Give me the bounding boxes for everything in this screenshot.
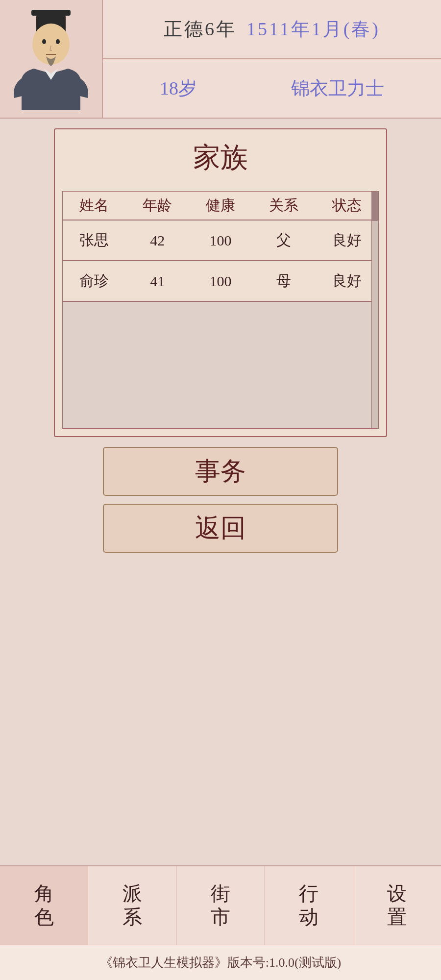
col-age: 年龄 [126,192,189,220]
title-label: 锦衣卫力士 [291,76,384,101]
col-health: 健康 [189,192,252,220]
header-status-row: 18岁 锦衣卫力士 [103,59,441,118]
header-date-row: 正德6年 1511年1月(春) [103,0,441,59]
member-age-0: 42 [126,220,189,261]
scrollbar[interactable] [371,192,378,428]
table-row[interactable]: 张思 42 100 父 良好 [63,220,378,261]
age-label: 18岁 [160,76,197,101]
nav-label-action: 行动 [299,882,318,929]
empty-rows [63,301,378,428]
col-status: 状态 [315,192,378,220]
member-name-1: 俞珍 [63,261,126,301]
member-health-0: 100 [189,220,252,261]
nav-item-faction[interactable]: 派系 [88,866,176,945]
nav-label-market: 街市 [211,882,230,929]
button-area: 事务 返回 [54,447,387,553]
member-relation-0: 父 [252,220,315,261]
family-table-area[interactable]: 姓名 年龄 健康 关系 状态 张思 42 100 父 良好 [62,191,379,429]
svg-point-3 [42,39,46,44]
bottom-nav: 角色 派系 街市 行动 设置 [0,865,441,945]
affairs-button[interactable]: 事务 [103,447,338,496]
family-title: 家族 [62,139,379,176]
nav-item-settings[interactable]: 设置 [353,866,441,945]
col-name: 姓名 [63,192,126,220]
year-label: 正德6年 [164,17,237,42]
nav-item-character[interactable]: 角色 [0,866,88,945]
nav-label-character: 角色 [34,882,54,929]
svg-rect-0 [31,10,71,16]
footer-text: 《锦衣卫人生模拟器》版本号:1.0.0(测试版) [100,956,342,970]
back-button[interactable]: 返回 [103,504,338,553]
member-health-1: 100 [189,261,252,301]
header: 正德6年 1511年1月(春) 18岁 锦衣卫力士 [0,0,441,119]
nav-label-faction: 派系 [122,882,142,929]
family-table: 姓名 年龄 健康 关系 状态 张思 42 100 父 良好 [63,192,378,301]
family-panel: 家族 姓名 年龄 健康 关系 状态 张思 42 100 [54,128,387,437]
main-content: 家族 姓名 年龄 健康 关系 状态 张思 42 100 [0,119,441,865]
member-relation-1: 母 [252,261,315,301]
nav-item-action[interactable]: 行动 [265,866,353,945]
footer: 《锦衣卫人生模拟器》版本号:1.0.0(测试版) [0,945,441,980]
table-header-row: 姓名 年龄 健康 关系 状态 [63,192,378,220]
member-name-0: 张思 [63,220,126,261]
svg-point-4 [56,39,60,44]
header-info: 正德6年 1511年1月(春) 18岁 锦衣卫力士 [103,0,441,118]
table-row[interactable]: 俞珍 41 100 母 良好 [63,261,378,301]
avatar-box [0,0,103,118]
col-relation: 关系 [252,192,315,220]
svg-point-2 [32,24,70,65]
scrollbar-thumb[interactable] [371,192,378,221]
character-avatar [7,7,95,110]
member-status-0: 良好 [315,220,378,261]
date-label: 1511年1月(春) [246,17,380,42]
member-status-1: 良好 [315,261,378,301]
nav-item-market[interactable]: 街市 [176,866,265,945]
member-age-1: 41 [126,261,189,301]
nav-label-settings: 设置 [387,882,407,929]
